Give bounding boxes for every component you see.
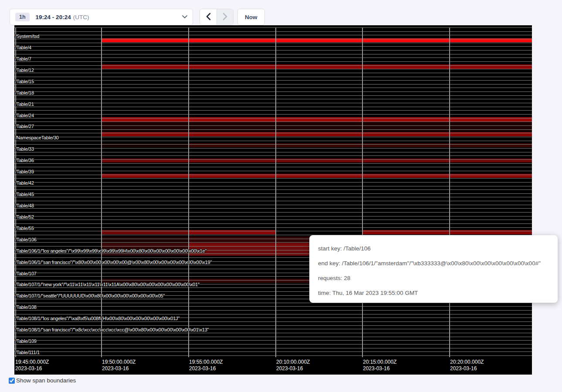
time-range-selector[interactable]: 1h 19:24 - 20:24 (UTC): [10, 9, 193, 25]
show-span-boundaries-label: Show span boundaries: [16, 377, 76, 384]
span-boundary-line: [14, 337, 532, 337]
time-axis-label: 19:45:00.000Z2023-03-16: [15, 359, 49, 372]
span-boundary-line: [14, 118, 532, 118]
span-boundary-line: [14, 110, 532, 111]
span-boundary-line: [14, 197, 532, 197]
time-axis-label: 20:15:00.000Z2023-03-16: [363, 359, 396, 372]
span-boundary-line: [14, 348, 532, 348]
span-boundary-line: [14, 231, 532, 231]
span-boundary-line: [14, 208, 532, 209]
span-boundary-line: [14, 73, 532, 73]
span-boundary-line: [14, 27, 532, 28]
span-key-label: /Table/24: [15, 113, 34, 118]
span-key-label: /Table/45: [15, 192, 34, 197]
span-boundary-line: [14, 220, 532, 220]
span-boundary-line: [14, 35, 532, 35]
span-boundary-line: [14, 227, 532, 228]
span-boundary-line: [14, 205, 532, 205]
span-boundary-line: [14, 80, 532, 81]
span-boundary-line: [14, 129, 532, 130]
span-boundary-line: [14, 193, 532, 194]
span-boundary-line: [14, 84, 532, 84]
span-key-label: /Table/106/1/"los angeles"/"\x99\x99\x99…: [15, 248, 207, 253]
span-key-label: /Table/107: [15, 271, 37, 276]
time-boundary-line: [449, 27, 450, 357]
span-key-label: /Table/36: [15, 158, 34, 163]
span-boundary-line: [14, 91, 532, 92]
span-key-label: /Table/48: [15, 203, 34, 208]
time-boundary-line: [275, 27, 276, 357]
span-boundary-line: [14, 189, 532, 190]
span-boundary-line: [14, 340, 532, 341]
span-boundary-line: [14, 69, 532, 69]
span-key-label: /Table/106/1/"san francisco"/"\x80\x00\x…: [15, 260, 212, 265]
span-boundary-line: [14, 167, 532, 167]
span-boundary-line: [14, 216, 532, 216]
tooltip-requests: requests: 28: [318, 271, 558, 286]
time-boundary-line: [101, 27, 102, 357]
span-key-label: /Table/107/1/"seattle"/"UUUUUUD\x00\x80\…: [15, 293, 165, 298]
span-key-label: /Table/27: [15, 124, 34, 129]
span-boundary-line: [14, 303, 532, 303]
span-boundary-line: [14, 125, 532, 126]
span-boundary-line: [14, 137, 532, 137]
heat-band[interactable]: [101, 243, 188, 247]
key-visualizer-canvas[interactable]: /System/tsd/Table/4/Table/7/Table/12/Tab…: [14, 25, 532, 375]
span-boundary-line: [14, 344, 532, 345]
next-time-button[interactable]: [217, 9, 233, 25]
span-boundary-line: [14, 201, 532, 201]
prev-time-button[interactable]: [200, 9, 217, 25]
span-key-label: /System/tsd: [15, 34, 39, 39]
span-boundary-line: [14, 171, 532, 171]
span-key-label: /Table/55: [15, 226, 34, 231]
show-span-boundaries-checkbox[interactable]: [9, 378, 15, 384]
span-boundary-line: [14, 122, 532, 122]
span-boundary-line: [14, 310, 532, 311]
span-boundary-line: [14, 333, 532, 333]
span-boundary-line: [14, 325, 532, 326]
span-boundary-line: [14, 144, 532, 145]
time-axis-label: 20:10:00.000Z2023-03-16: [276, 359, 310, 372]
span-key-label: /Table/107/1/"new york"/"\x11\x11\x11\x1…: [15, 282, 200, 287]
span-boundary-line: [14, 152, 532, 152]
show-span-boundaries-toggle[interactable]: Show span boundaries: [9, 377, 76, 384]
span-boundary-line: [14, 114, 532, 115]
span-key-label: /Table/108/1/"san francisco"/"\x8c\xcc\x…: [15, 327, 209, 332]
span-boundary-line: [14, 212, 532, 213]
time-nav-group: [200, 9, 234, 25]
span-key-label: /NamespaceTable/30: [15, 135, 59, 140]
chevron-left-icon: [206, 13, 211, 22]
span-boundary-line: [14, 54, 532, 54]
span-boundary-line: [14, 321, 532, 322]
span-key-label: /Table/12: [15, 68, 34, 73]
chevron-down-icon: [182, 15, 187, 19]
span-boundary-line: [14, 31, 532, 32]
span-boundary-line: [14, 61, 532, 62]
span-key-label: /Table/18: [15, 90, 34, 95]
time-axis-label: 19:50:00.000Z2023-03-16: [102, 359, 135, 372]
span-boundary-line: [14, 50, 532, 51]
span-boundary-line: [14, 175, 532, 175]
span-key-label: /Table/52: [15, 214, 34, 220]
span-key-label: /Table/42: [15, 180, 34, 186]
span-key-label: /Table/111/1: [15, 350, 40, 355]
now-button[interactable]: Now: [237, 9, 265, 25]
span-boundary-line: [14, 314, 532, 314]
span-key-label: /Table/108/1/"los angeles"/"\xa8\xf5\u00…: [15, 316, 179, 321]
span-key-label: /Table/7: [15, 56, 31, 61]
span-boundary-line: [14, 43, 532, 43]
time-range-text: 19:24 - 20:24: [36, 14, 71, 20]
span-boundary-line: [14, 159, 532, 160]
span-boundary-line: [14, 99, 532, 99]
tooltip-end-key: end key: /Table/106/1/"amsterdam"/"\xb33…: [318, 256, 558, 271]
span-boundary-line: [14, 46, 532, 47]
span-boundary-line: [14, 103, 532, 103]
timezone-text: (UTC): [73, 14, 89, 20]
span-key-label: /Table/4: [15, 45, 31, 50]
span-boundary-line: [14, 88, 532, 88]
span-key-label: /Table/39: [15, 169, 34, 174]
span-tooltip: start key: /Table/106 end key: /Table/10…: [309, 235, 558, 303]
span-boundary-line: [14, 39, 532, 39]
span-boundary-line: [14, 141, 532, 141]
span-boundary-line: [14, 163, 532, 164]
